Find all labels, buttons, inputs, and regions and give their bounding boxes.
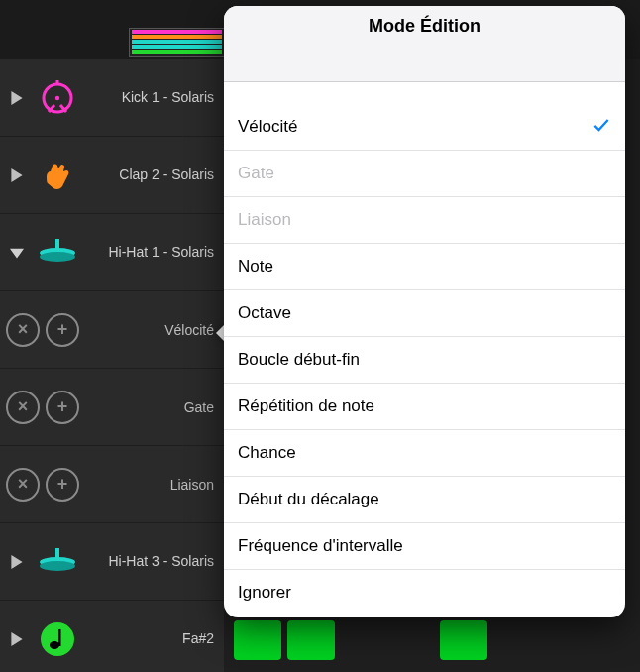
svg-marker-0 <box>11 91 22 105</box>
popover-item-label: Octave <box>238 303 291 323</box>
popover-item-label: Note <box>238 257 273 277</box>
track-label: Hi-Hat 1 - Solaris <box>81 243 224 261</box>
step-pad[interactable] <box>234 620 281 660</box>
popover-item-label: Répétition de note <box>238 396 374 416</box>
svg-marker-6 <box>11 168 22 182</box>
chevron-down-icon[interactable] <box>6 246 28 260</box>
step-pad[interactable] <box>287 620 335 660</box>
play-icon[interactable] <box>6 632 28 646</box>
close-icon[interactable]: × <box>6 313 40 347</box>
track-row[interactable]: Hi-Hat 1 - Solaris <box>0 214 224 291</box>
popover-item-label: Gate <box>238 164 274 183</box>
app-root: 1. Solaris Kick 1 - Solaris Clap 2 - Sol… <box>0 0 640 672</box>
popover-item[interactable]: Note <box>224 244 625 290</box>
popover-title: Mode Édition <box>369 16 480 37</box>
svg-marker-11 <box>11 555 22 569</box>
svg-marker-7 <box>10 248 24 258</box>
step-pad[interactable] <box>440 620 487 660</box>
track-label: Fa#2 <box>81 629 224 647</box>
track-row[interactable]: Clap 2 - Solaris <box>0 137 224 214</box>
popover-item[interactable]: Fréquence d'intervalle <box>224 523 625 570</box>
track-list: Kick 1 - Solaris Clap 2 - Solaris Hi-Hat… <box>0 59 224 672</box>
popover-item-label: Début du décalage <box>238 490 379 509</box>
plus-icon[interactable]: + <box>46 468 79 502</box>
subrow[interactable]: × + Vélocité <box>0 291 224 369</box>
close-icon[interactable]: × <box>6 391 40 424</box>
subrow-label: Vélocité <box>79 322 224 338</box>
track-label: Kick 1 - Solaris <box>81 88 224 106</box>
minimap[interactable] <box>129 28 225 57</box>
kick-icon <box>34 74 81 122</box>
plus-icon[interactable]: + <box>46 391 79 424</box>
svg-point-17 <box>50 641 59 649</box>
step-pads <box>234 620 487 660</box>
svg-rect-10 <box>55 239 59 249</box>
svg-rect-14 <box>55 548 59 558</box>
svg-point-4 <box>55 95 59 99</box>
popover-item-label: Vélocité <box>238 117 297 137</box>
svg-point-9 <box>40 252 75 262</box>
track-row[interactable]: Hi-Hat 3 - Solaris <box>0 523 224 601</box>
check-icon <box>591 115 611 140</box>
popover-item[interactable]: Octave <box>224 290 625 337</box>
popover-item-label: Chance <box>238 443 296 463</box>
svg-point-16 <box>41 622 74 656</box>
popover-item: Gate <box>224 151 625 197</box>
popover-item[interactable]: Boucle début-fin <box>224 337 625 384</box>
svg-marker-15 <box>11 632 22 646</box>
popover-header: Mode Édition <box>224 6 625 82</box>
subrow[interactable]: × + Gate <box>0 369 224 446</box>
popover-list: VélocitéGateLiaisonNoteOctaveBoucle débu… <box>224 82 625 616</box>
popover-item-label: Ignorer <box>238 583 291 603</box>
subrow-label: Gate <box>79 399 224 415</box>
hihat-icon <box>34 229 81 277</box>
plus-icon[interactable]: + <box>46 313 79 347</box>
svg-rect-18 <box>58 629 61 646</box>
subrow-label: Liaison <box>79 477 224 493</box>
popover-item-label: Boucle début-fin <box>238 350 360 370</box>
edit-mode-popover: Mode Édition VélocitéGateLiaisonNoteOcta… <box>224 6 625 617</box>
track-row[interactable]: Kick 1 - Solaris <box>0 59 224 137</box>
popover-item: Liaison <box>224 197 625 244</box>
subrow[interactable]: × + Liaison <box>0 446 224 523</box>
popover-item[interactable]: Début du décalage <box>224 477 625 523</box>
svg-point-13 <box>40 561 75 571</box>
close-icon[interactable]: × <box>6 468 40 502</box>
popover-item-label: Fréquence d'intervalle <box>238 536 403 556</box>
popover-item[interactable]: Ignorer <box>224 570 625 616</box>
hihat-icon <box>34 538 81 586</box>
popover-item[interactable]: Vélocité <box>224 104 625 151</box>
track-label: Clap 2 - Solaris <box>81 166 224 183</box>
note-icon <box>34 616 81 663</box>
popover-item[interactable]: Chance <box>224 430 625 477</box>
clap-icon <box>34 152 81 199</box>
play-icon[interactable] <box>6 555 28 569</box>
popover-item[interactable]: Répétition de note <box>224 384 625 430</box>
track-row[interactable]: Fa#2 <box>0 601 224 672</box>
play-icon[interactable] <box>6 91 28 105</box>
popover-item-label: Liaison <box>238 210 291 230</box>
play-icon[interactable] <box>6 168 28 182</box>
track-label: Hi-Hat 3 - Solaris <box>81 552 224 570</box>
